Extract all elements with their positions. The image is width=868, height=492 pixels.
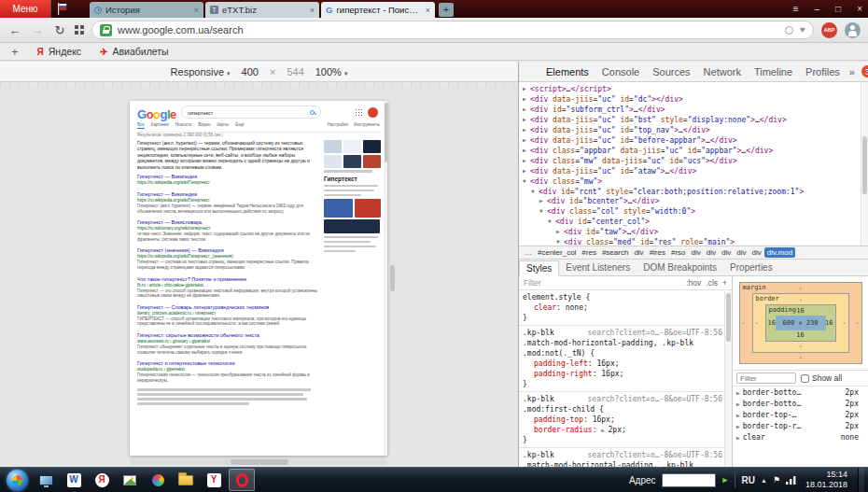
dom-node[interactable]: ▶<div data-jiis="uc" id="top_nav">…</div… — [519, 125, 868, 135]
dom-node[interactable]: ▶<div data-jiis="uc" id="before-appbar">… — [519, 135, 868, 146]
pseudo-state-button[interactable]: :hov — [686, 278, 701, 288]
css-rule[interactable]: element.style {clear: none;} — [519, 290, 732, 326]
secure-lock-icon[interactable] — [100, 24, 112, 36]
bookmark-item[interactable]: ✈ Авиабилеты — [100, 46, 169, 57]
css-property[interactable]: padding-right: 16px; — [523, 369, 722, 379]
styles-filter-input[interactable]: Filter — [524, 278, 680, 288]
dom-node[interactable]: ▼<div class="col" style="width:0"> — [519, 206, 868, 217]
sidebar-tab-event-listeners[interactable]: Event Listeners — [559, 260, 637, 274]
browser-tab[interactable]: T eTXT.biz × — [205, 2, 319, 18]
taskbar-photos-icon[interactable] — [117, 469, 143, 491]
taskbar-y-icon[interactable]: Y — [201, 469, 227, 491]
css-rule[interactable]: .kp-blksearch?client=o…-8&oe=UTF-8:56.ma… — [519, 326, 732, 392]
error-count-badge[interactable]: 3 — [861, 65, 868, 77]
dom-node[interactable]: ▶<div id="taw">…</div> — [519, 227, 868, 237]
breadcrumb-item[interactable]: div — [689, 247, 704, 258]
collapsed-arrow-icon[interactable]: ▶ — [736, 423, 740, 429]
add-bookmark-button[interactable]: + — [11, 45, 19, 59]
dom-node[interactable]: ▶<div id="bcenter">…</div> — [519, 196, 868, 206]
collapsed-arrow-icon[interactable]: ▶ — [523, 166, 530, 176]
action-center-flag-icon[interactable]: ⚑ — [773, 475, 780, 485]
breadcrumb-item[interactable]: #search — [599, 247, 631, 258]
result-title[interactable]: Гипертекст — Википедия — [137, 191, 318, 198]
dom-node[interactable]: ▶<div data-jiis="uc" id="ataw">…</div> — [519, 166, 868, 176]
box-model-diagram[interactable]: margin - - - - border - - - - — [733, 276, 868, 371]
address-bar[interactable]: www.google.com.ua/search ♥ — [91, 21, 814, 39]
expanded-arrow-icon[interactable]: ▼ — [539, 206, 547, 216]
expanded-arrow-icon[interactable]: ▼ — [548, 217, 555, 226]
back-button[interactable]: ← — [7, 23, 22, 37]
viewport-resize-handle[interactable] — [231, 459, 288, 465]
image-thumbnail[interactable] — [363, 155, 381, 168]
close-icon[interactable]: × — [857, 4, 862, 14]
hidden-icons-chevron[interactable]: ▲ — [761, 477, 767, 484]
google-logo[interactable]: Google — [137, 107, 176, 121]
viewport-height-input[interactable]: 544 — [287, 66, 303, 77]
show-desktop-button[interactable] — [858, 468, 864, 492]
tab-close-icon[interactable]: × — [426, 6, 430, 15]
css-rule[interactable]: .kp-blksearch?client=o…-8&oe=UTF-8:56.mo… — [519, 392, 732, 448]
language-indicator[interactable]: RU — [741, 475, 754, 485]
devtools-tab-timeline[interactable]: Timeline — [751, 66, 795, 77]
css-source-link[interactable]: search?client=o…-8&oe=UTF-8:56 — [588, 328, 723, 338]
breadcrumb-item[interactable]: div.mod — [764, 247, 795, 258]
speed-dial-icon[interactable] — [75, 25, 84, 35]
collapsed-arrow-icon[interactable]: ▶ — [556, 227, 564, 236]
url-text[interactable]: www.google.com.ua/search — [118, 24, 244, 35]
dom-node[interactable]: ▼<div class="med" id="res" role="main"> — [519, 237, 868, 246]
google-avatar[interactable] — [368, 107, 378, 118]
css-source-link[interactable]: search?client=o…-8&oe=UTF-8:56 — [588, 450, 723, 460]
taskbar-yandex-icon[interactable]: Я — [89, 469, 115, 491]
offline-pages-icon[interactable] — [785, 26, 793, 35]
breadcrumb-item[interactable]: div — [734, 247, 749, 258]
breadcrumb-item[interactable]: … — [522, 247, 535, 258]
css-property[interactable]: clear: none; — [523, 302, 722, 313]
dom-node[interactable]: ▶<div id="subform_ctrl">…</div> — [519, 105, 868, 115]
device-mode-select[interactable]: Responsive▾ — [171, 66, 231, 77]
page-scrollbar[interactable] — [384, 101, 387, 456]
devtools-tab-sources[interactable]: Sources — [650, 66, 693, 77]
taskbar-word-icon[interactable]: W — [61, 469, 87, 491]
collapsed-arrow-icon[interactable]: ▶ — [736, 412, 740, 418]
dom-node[interactable]: ▶<script>…</script> — [519, 84, 868, 94]
dom-node[interactable]: ▼<div class="mw"> — [519, 176, 868, 187]
computed-property[interactable]: ▶border-top-r…2px — [733, 420, 868, 431]
dom-node[interactable]: ▶<div data-jiis="uc" id="dc"></div> — [519, 94, 868, 105]
gpage-search-box[interactable]: гипертекст — [181, 105, 321, 119]
search-icon[interactable] — [310, 110, 315, 115]
computed-filter-input[interactable] — [736, 373, 796, 384]
flag-icon[interactable] — [50, 0, 73, 18]
image-thumbnail[interactable] — [363, 140, 381, 153]
collapsed-arrow-icon[interactable]: ▶ — [736, 401, 740, 407]
breadcrumb-item[interactable]: div — [719, 247, 734, 258]
collapsed-arrow-icon[interactable]: ▶ — [539, 196, 547, 205]
css-rule[interactable]: .kp-blksearch?client=o…-8&oe=UTF-8:56.ma… — [519, 448, 732, 467]
profile-icon[interactable] — [845, 22, 861, 38]
adblock-extension-icon[interactable]: ABP — [821, 22, 837, 38]
taskbar-address-input[interactable] — [662, 473, 716, 487]
devtools-tab-elements[interactable]: Elements — [543, 66, 592, 77]
tab-close-icon[interactable]: × — [310, 6, 315, 15]
dom-node[interactable]: ▶<div class="mw" data-jiis="uc" id="ucs"… — [519, 156, 868, 166]
bookmark-item[interactable]: Я Яндекс — [37, 46, 82, 57]
start-button[interactable] — [7, 470, 28, 491]
breadcrumb-item[interactable]: #rso — [668, 247, 689, 258]
css-property[interactable]: padding-top: 16px; — [523, 415, 722, 425]
google-apps-grid-icon[interactable] — [355, 108, 362, 116]
dom-node[interactable]: ▶<div data-jiis="uc" id="bst" style="dis… — [519, 115, 868, 125]
image-thumbnail[interactable] — [355, 199, 381, 218]
browser-tab[interactable]: G гипертекст - Поиск в Goo × — [321, 2, 435, 18]
computed-property[interactable]: ▶border-top-…2px — [733, 409, 868, 420]
expanded-arrow-icon[interactable]: ▼ — [531, 187, 539, 196]
breadcrumb-item[interactable]: div — [704, 247, 719, 258]
dom-node[interactable]: ▶<div class="appbar" data-jiis="uc" id="… — [519, 146, 868, 156]
rendered-page[interactable]: Google гипертекст ВсеКартинкиНовостиВиде… — [130, 101, 387, 456]
image-thumbnail[interactable] — [343, 140, 361, 153]
computed-property[interactable]: ▶clearnone — [733, 431, 868, 443]
new-tab-button[interactable]: + — [439, 3, 454, 17]
maximize-icon[interactable]: □ — [835, 4, 841, 14]
computed-property[interactable]: ▶border-botto…2px — [733, 398, 868, 409]
collapsed-arrow-icon[interactable]: ▶ — [523, 94, 530, 104]
css-property[interactable]: border-radius: ▶ 2px; — [523, 425, 722, 435]
tab-close-icon[interactable]: × — [194, 6, 199, 15]
